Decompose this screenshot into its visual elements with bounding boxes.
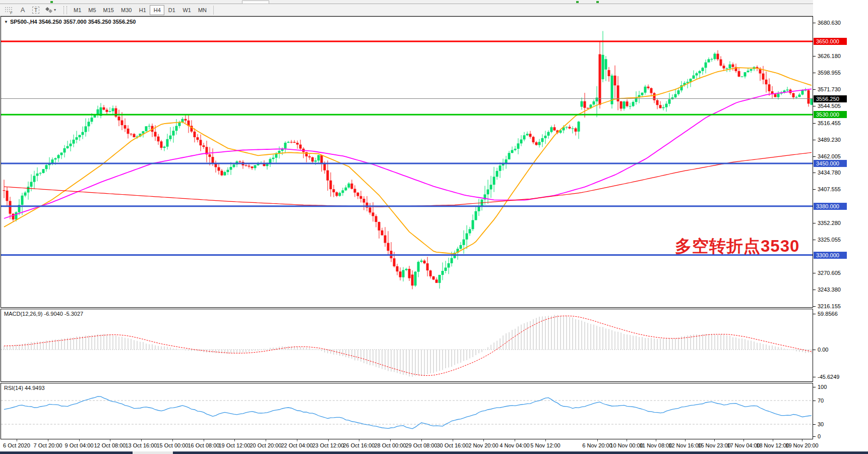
candle-down [154, 132, 157, 136]
candle-down [396, 266, 399, 271]
time-tick-label: 15 Oct 00:00 [157, 442, 189, 448]
candle-down [387, 243, 390, 251]
price-badge-3650.000: 3650.000 [814, 38, 847, 45]
candle-up [39, 173, 42, 174]
macd-panel[interactable]: MACD(12,26,9) -6.9040 -5.3027 [1, 309, 813, 382]
time-tick-label: 12 Oct 08:00 [94, 442, 126, 448]
candle-up [632, 102, 635, 106]
candle-down [293, 142, 296, 143]
timeframe-button-MN[interactable]: MN [195, 5, 210, 15]
scrollbar-segment[interactable] [173, 451, 868, 454]
candle-up [82, 132, 84, 135]
time-tick-label: 12 Nov 16:00 [668, 442, 701, 448]
text-label-tool-button[interactable]: T [30, 5, 42, 15]
time-tick [234, 439, 235, 441]
candle-down [399, 271, 402, 277]
candle-up [665, 104, 668, 107]
candle-down [808, 90, 810, 104]
candle-down [360, 196, 362, 199]
candle-up [27, 187, 30, 193]
candle-down [333, 189, 335, 192]
candle-up [696, 73, 698, 75]
candle-up [51, 159, 54, 163]
symbol-dropdown-icon[interactable]: ▼ [4, 20, 8, 24]
candle-down [429, 270, 432, 276]
rsi-chart[interactable] [1, 383, 813, 439]
axis-tick [813, 140, 816, 140]
candle-down [553, 127, 556, 130]
price-tick-label: 3680.630 [818, 20, 841, 26]
price-badge-3530.000: 3530.000 [814, 111, 847, 118]
candle-up [677, 90, 680, 94]
text-tool-button[interactable]: A [17, 5, 29, 15]
candle-up [233, 164, 235, 167]
candle-up [641, 93, 644, 95]
time-tick [390, 439, 391, 441]
candle-up [674, 94, 677, 98]
ma-mid-magenta [4, 89, 812, 218]
candle-up [711, 59, 713, 60]
toolbar-grip[interactable] [64, 6, 67, 14]
candle-up [172, 131, 175, 135]
candle-down [103, 107, 105, 110]
timeframe-button-D1[interactable]: D1 [164, 5, 179, 15]
candle-down [393, 258, 396, 266]
timeframe-button-M15[interactable]: M15 [100, 5, 117, 15]
candle-down [626, 101, 629, 106]
rsi-panel[interactable]: RSI(14) 44.9493 [1, 383, 813, 439]
chart-annotation-text[interactable]: 多空转折点3530 [675, 235, 799, 258]
candle-up [475, 211, 477, 220]
timeframe-button-M30[interactable]: M30 [117, 5, 135, 15]
candle-up [538, 142, 541, 145]
candle-down [6, 191, 9, 201]
time-tick [743, 439, 744, 441]
candle-down [587, 108, 589, 108]
macd-chart[interactable] [1, 309, 813, 381]
candle-up [602, 55, 604, 79]
horizontal-scrollbar[interactable] [0, 451, 868, 454]
fibonacci-icon: F [5, 6, 14, 14]
axis-tick [813, 424, 816, 425]
candle-down [133, 134, 136, 137]
candle-down [529, 134, 532, 137]
timeframe-button-H4[interactable]: H4 [150, 5, 164, 15]
scrollbar-segment[interactable] [0, 451, 133, 454]
candle-up [472, 220, 474, 229]
axis-tick [813, 56, 816, 56]
candle-up [490, 185, 492, 189]
candlestick-chart[interactable] [1, 17, 813, 307]
timeframe-button-M5[interactable]: M5 [85, 5, 99, 15]
candle-up [348, 184, 350, 188]
time-tick [110, 439, 110, 441]
candle-up [272, 158, 275, 159]
candle-up [671, 97, 674, 99]
time-axis[interactable]: 6 Oct 20207 Oct 20:009 Oct 04:0012 Oct 0… [0, 439, 868, 451]
timeframe-button-M1[interactable]: M1 [70, 5, 85, 15]
candle-up [786, 90, 789, 91]
price-axis[interactable]: 3680.6303626.1803598.9553571.7303544.505… [813, 0, 868, 451]
time-tick [714, 439, 715, 441]
mt4-chart-window: F A T ▾ M1M5M15M30H1H4D1W1MN ▼SP500-,H4 … [0, 0, 868, 454]
chart-title: ▼SP500-,H4 3546.250 3557.000 3545.250 35… [4, 19, 136, 25]
candle-up [76, 137, 78, 140]
time-tick-label: 5 Nov 12:00 [530, 442, 560, 448]
time-tick [515, 439, 515, 441]
main-chart-panel[interactable]: ▼SP500-,H4 3546.250 3557.000 3545.250 35… [1, 16, 813, 308]
candle-down [656, 100, 659, 105]
candle-up [339, 193, 341, 196]
price-tick-label: 3626.180 [818, 53, 841, 59]
axis-tick [813, 189, 816, 190]
candle-up [741, 77, 743, 77]
candle-down [157, 137, 160, 142]
timeframe-button-H1[interactable]: H1 [135, 5, 150, 15]
arrows-tool-button[interactable]: ▾ [43, 5, 58, 15]
candle-up [644, 87, 647, 93]
candle-down [3, 190, 6, 191]
fibonacci-tool-button[interactable]: F [3, 5, 16, 15]
price-tick-label: 3571.730 [818, 86, 841, 92]
timeframe-button-W1[interactable]: W1 [179, 5, 195, 15]
candle-up [73, 140, 75, 144]
time-tick-label: 11 Nov 08:00 [640, 442, 672, 448]
candle-up [142, 131, 145, 134]
candle-up [605, 59, 607, 70]
